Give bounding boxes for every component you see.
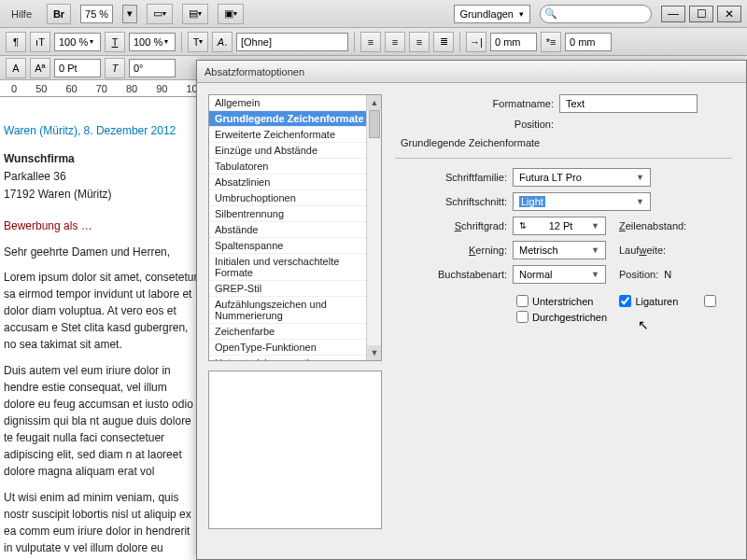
indent-left-icon[interactable]: →| [466, 32, 486, 52]
workspace-switcher[interactable]: Grundlagen▾ [454, 5, 531, 23]
extra-checkbox[interactable] [704, 295, 716, 307]
ligatures-check[interactable] [619, 295, 631, 307]
category-item[interactable]: Grundlegende Zeichenformate [209, 111, 381, 127]
skew-icon[interactable]: T [105, 58, 125, 78]
horiz-scale-field[interactable]: 100 %▾ [54, 33, 101, 51]
formatname-value: Text [566, 98, 585, 109]
bridge-button[interactable]: Br [47, 4, 71, 24]
chevron-down-icon: ▼ [636, 173, 644, 182]
font-style-field[interactable]: Light▼ [513, 192, 651, 211]
category-item[interactable]: Unterstreichungsoptionen [209, 356, 381, 361]
strike-check[interactable] [516, 311, 529, 323]
indent-first-field[interactable]: 0 mm [565, 33, 612, 51]
vert-scale-icon[interactable]: T [105, 32, 125, 52]
extra-check[interactable] [704, 295, 716, 307]
vert-scale-field[interactable]: 100 %▾ [129, 33, 176, 51]
case-label: Buchstabenart: [395, 269, 507, 280]
char-style-field[interactable]: [Ohne] [236, 33, 348, 51]
view-options-button[interactable]: ▤▾ [182, 4, 208, 24]
baseline-field[interactable]: 0 Pt [54, 59, 101, 77]
menubar: Hilfe Br 75 % ▾ ▭▾ ▤▾ ▣▾ Grundlagen▾ 🔍 —… [0, 0, 747, 28]
film-icon: ▤ [189, 7, 198, 20]
category-list[interactable]: Allgemein Grundlegende Zeichenformate Er… [208, 94, 382, 361]
category-item[interactable]: Silbentrennung [209, 206, 381, 222]
font-style-label: Schriftschnitt: [395, 196, 507, 207]
underline-checkbox[interactable]: Unterstrichen [516, 295, 593, 307]
category-item[interactable]: Erweiterte Zeichenformate [209, 127, 381, 143]
align-right-icon[interactable]: ≡ [409, 32, 430, 52]
search-field[interactable]: 🔍 [540, 5, 652, 23]
category-item[interactable]: Tabulatoren [209, 159, 381, 175]
horiz-scale-icon[interactable]: ıT [30, 32, 50, 52]
category-item[interactable]: Absatzlinien [209, 175, 381, 190]
category-item[interactable]: OpenType-Funktionen [209, 340, 381, 356]
maximize-button[interactable]: ☐ [689, 6, 713, 22]
zoom-dropdown[interactable]: ▾ [122, 5, 137, 23]
category-item[interactable]: Zeichenfarbe [209, 324, 381, 340]
scroll-up-icon[interactable]: ▲ [367, 95, 382, 110]
kerning-field[interactable]: Metrisch▼ [513, 241, 606, 259]
category-item[interactable]: Allgemein [209, 95, 381, 111]
category-item[interactable]: Abstände [209, 222, 381, 238]
arrange-button[interactable]: ▣▾ [218, 4, 244, 24]
strike-check-label: Durchgestrichen [532, 312, 607, 323]
font-family-label: Schriftfamilie: [395, 172, 507, 183]
zoom-field[interactable]: 75 % [80, 5, 113, 23]
zoom-value: 75 % [85, 8, 108, 20]
ruler-tick: 70 [96, 83, 107, 94]
ligatures-checkbox[interactable]: Ligaturen [619, 295, 678, 307]
scroll-down-icon[interactable]: ▼ [367, 345, 382, 360]
align-left-icon[interactable]: ≡ [360, 32, 381, 52]
category-item[interactable]: GREP-Stil [209, 281, 381, 297]
checkbox-row: Unterstrichen Ligaturen [516, 295, 746, 307]
minimize-button[interactable]: — [661, 6, 685, 22]
skew-field[interactable]: 0° [129, 59, 176, 77]
underline-check[interactable] [516, 295, 529, 307]
font-family-field[interactable]: Futura LT Pro▼ [513, 168, 651, 187]
indent-left-field[interactable]: 0 mm [490, 33, 537, 51]
kerning-label: Kerning: [395, 245, 507, 256]
indent-first-icon[interactable]: *≡ [541, 32, 561, 52]
formatname-field[interactable]: Text [559, 94, 698, 113]
para-icon[interactable]: ¶ [6, 32, 26, 52]
screen-mode-button[interactable]: ▭▾ [147, 4, 173, 24]
menu-help[interactable]: Hilfe [6, 8, 37, 20]
font-size-value: 12 Pt [549, 220, 573, 231]
position-label: Position: [395, 119, 554, 130]
chevron-down-icon: ▼ [591, 221, 599, 231]
chevron-down-icon: ▼ [591, 245, 599, 255]
char-icon[interactable]: A [6, 58, 26, 78]
stepper-icon[interactable]: ⇅ [519, 221, 527, 231]
paragraph-style-options-dialog: Absatzformatoptionen Allgemein Grundlege… [196, 60, 747, 560]
tracking-label: Laufweite: [619, 245, 666, 256]
font-size-field[interactable]: ⇅12 Pt▼ [513, 217, 606, 235]
body-para-2: Duis autem vel eum iriure dolor in hendr… [4, 362, 200, 480]
category-scrollbar[interactable]: ▲ ▼ [366, 95, 381, 360]
char-style-icon[interactable]: T▾ [188, 32, 208, 52]
form-pane: Formatname: Text Position: Grundlegende … [389, 83, 746, 559]
category-item[interactable]: Aufzählungszeichen und Nummerierung [209, 297, 381, 324]
category-item[interactable]: Umbruchoptionen [209, 190, 381, 206]
position2-value: N [664, 269, 671, 280]
category-pane: Allgemein Grundlegende Zeichenformate Er… [197, 83, 389, 559]
strikethrough-checkbox[interactable]: Durchgestrichen [516, 311, 607, 323]
category-item[interactable]: Initialen und verschachtelte Formate [209, 254, 381, 281]
case-field[interactable]: Normal▼ [513, 265, 606, 284]
leading-label: Zeilenabstand: [619, 220, 686, 231]
if-value: 0 mm [570, 36, 596, 48]
baseline-icon[interactable]: Aª [30, 58, 50, 78]
case-value: Normal [519, 269, 552, 280]
close-button[interactable]: ✕ [717, 6, 741, 22]
dialog-title: Absatzformatoptionen [197, 61, 746, 83]
underline-check-label: Unterstrichen [532, 296, 593, 307]
category-item[interactable]: Einzüge und Abstände [209, 143, 381, 159]
align-center-icon[interactable]: ≡ [385, 32, 405, 52]
clear-overrides-icon[interactable]: A. [212, 32, 233, 52]
font-size-label: Schriftgrad: [395, 220, 507, 231]
ruler-tick: 60 [65, 83, 77, 94]
ligatures-check-label: Ligaturen [635, 296, 678, 307]
control-panel: ¶ ıT 100 %▾ T 100 %▾ T▾ A. [Ohne] ≡ ≡ ≡ … [0, 28, 747, 56]
scroll-thumb[interactable] [369, 110, 380, 138]
category-item[interactable]: Spaltenspanne [209, 238, 381, 254]
justify-icon[interactable]: ≣ [433, 32, 454, 52]
